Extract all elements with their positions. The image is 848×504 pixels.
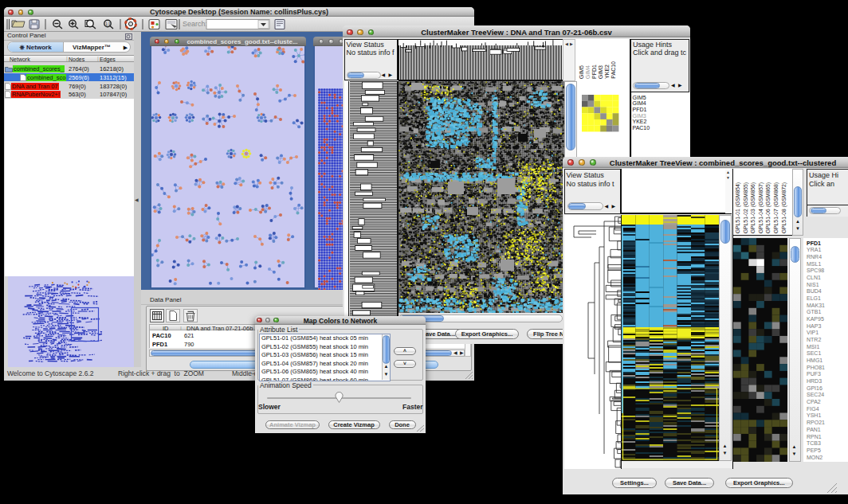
- svg-text:Search:: Search:: [183, 20, 207, 28]
- svg-text:1:1: 1:1: [105, 22, 111, 26]
